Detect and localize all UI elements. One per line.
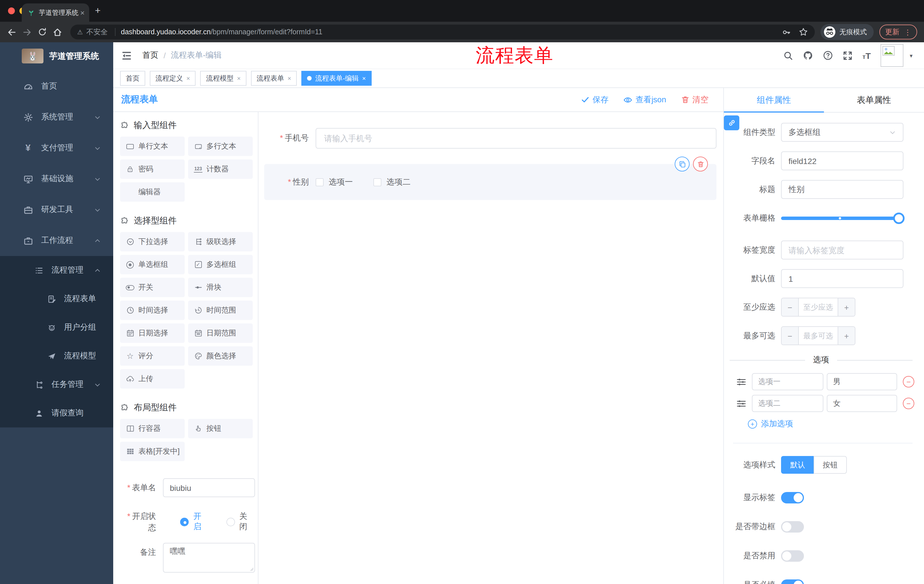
reload-button[interactable] — [38, 28, 47, 36]
sidebar-item-user-groups[interactable]: 用户分组 — [0, 313, 113, 342]
checkbox[interactable] — [373, 178, 381, 186]
drag-handle-icon[interactable] — [736, 377, 746, 387]
gender-option-2-checkbox[interactable]: 选项二 — [373, 177, 411, 187]
component-type-select[interactable]: 多选框组 — [781, 123, 903, 142]
drag-handle-icon[interactable] — [736, 398, 746, 408]
security-warning-icon[interactable]: ⚠ — [77, 28, 83, 36]
tag-process-model[interactable]: 流程模型× — [200, 71, 246, 86]
component-slider[interactable]: 滑块 — [188, 278, 253, 297]
title-input[interactable] — [781, 180, 903, 199]
component-color-picker[interactable]: 颜色选择 — [188, 346, 253, 366]
option-label-input[interactable] — [752, 373, 823, 390]
component-time-picker[interactable]: 时间选择 — [120, 301, 185, 320]
link-button[interactable] — [724, 115, 739, 130]
close-window-button[interactable] — [8, 7, 15, 14]
search-icon[interactable] — [784, 51, 794, 60]
browser-tab[interactable]: 芋道管理系统 × — [22, 3, 89, 22]
password-key-icon[interactable] — [782, 28, 791, 36]
back-button[interactable] — [7, 27, 16, 37]
remove-option-button[interactable]: − — [903, 376, 914, 387]
stepper-value[interactable]: 至少应选 — [799, 298, 838, 316]
option-value-input[interactable] — [827, 395, 897, 412]
close-icon[interactable]: × — [362, 75, 366, 82]
component-upload[interactable]: 上传 — [120, 369, 185, 388]
status-radio-off[interactable]: 关闭 — [226, 512, 255, 532]
component-single-line-text[interactable]: 单行文本 — [120, 137, 185, 156]
close-icon[interactable]: × — [186, 75, 190, 82]
tag-process-form-edit[interactable]: 流程表单-编辑× — [302, 71, 372, 86]
tab-component-props[interactable]: 组件属性 — [724, 88, 824, 112]
stepper-value[interactable]: 最多可选 — [799, 327, 838, 345]
default-value-input[interactable] — [781, 269, 903, 288]
max-select-stepper[interactable]: − 最多可选 + — [781, 326, 855, 345]
component-password[interactable]: 密码 — [120, 160, 185, 179]
close-icon[interactable]: × — [288, 75, 291, 82]
sidebar-item-leave-query[interactable]: 请假查询 — [0, 399, 113, 428]
required-toggle[interactable] — [781, 579, 804, 584]
component-switch[interactable]: 开关 — [120, 278, 185, 297]
stepper-decrease-button[interactable]: − — [782, 298, 799, 316]
style-button-button[interactable]: 按钮 — [813, 456, 847, 474]
font-size-icon[interactable]: тT — [863, 51, 871, 60]
min-select-stepper[interactable]: − 至少应选 + — [781, 298, 855, 317]
gender-option-1-checkbox[interactable]: 选项一 — [316, 177, 353, 187]
sidebar-item-task-management[interactable]: 任务管理 — [0, 370, 113, 399]
sidebar-item-process-model[interactable]: 流程模型 — [0, 342, 113, 370]
github-icon[interactable] — [803, 50, 813, 61]
component-cascader[interactable]: 级联选择 — [188, 232, 253, 252]
option-label-input[interactable] — [752, 395, 823, 412]
show-label-toggle[interactable] — [781, 492, 804, 503]
collapse-sidebar-icon[interactable] — [121, 50, 132, 61]
save-button[interactable]: 保存 — [581, 95, 609, 105]
bookmark-star-icon[interactable] — [799, 28, 808, 36]
sidebar-logo[interactable]: 🐰 芋道管理系统 — [0, 42, 113, 69]
form-name-input[interactable] — [163, 478, 255, 497]
sidebar-item-payment[interactable]: ¥ 支付管理 — [0, 133, 113, 163]
stepper-decrease-button[interactable]: − — [782, 327, 799, 345]
component-button[interactable]: 按钮 — [188, 419, 253, 438]
component-select[interactable]: 下拉选择 — [120, 232, 185, 252]
slider-handle[interactable] — [893, 212, 904, 224]
sidebar-item-process-form[interactable]: 流程表单 — [0, 285, 113, 313]
phone-field[interactable]: *手机号 — [264, 128, 716, 148]
forward-button[interactable] — [22, 27, 32, 37]
sidebar-item-process-management[interactable]: 流程管理 — [0, 256, 113, 285]
component-table-dev[interactable]: 表格[开发中] — [120, 442, 185, 461]
avatar-caret-icon[interactable]: ▾ — [910, 52, 912, 59]
browser-menu-icon[interactable]: ⋮ — [904, 28, 911, 36]
sidebar-item-system[interactable]: 系统管理 — [0, 102, 113, 133]
component-date-range[interactable]: 日期范围 — [188, 323, 253, 343]
component-counter[interactable]: 123计数器 — [188, 160, 253, 179]
home-button[interactable] — [53, 27, 62, 37]
breadcrumb-home[interactable]: 首页 — [142, 50, 158, 61]
sidebar-item-home[interactable]: 首页 — [0, 71, 113, 102]
close-icon[interactable]: × — [237, 75, 241, 82]
stepper-increase-button[interactable]: + — [838, 327, 855, 345]
field-name-input[interactable] — [781, 151, 903, 170]
add-option-button[interactable]: + 添加选项 — [748, 419, 924, 429]
tag-home[interactable]: 首页 — [120, 71, 145, 86]
sidebar-item-workflow[interactable]: 工作流程 — [0, 225, 113, 256]
component-time-range[interactable]: 时间范围 — [188, 301, 253, 320]
delete-component-button[interactable] — [693, 156, 708, 171]
view-json-button[interactable]: 查看json — [624, 95, 666, 105]
tag-process-form[interactable]: 流程表单× — [251, 71, 297, 86]
component-checkbox-group[interactable]: ✓多选框组 — [188, 255, 253, 274]
new-tab-button[interactable]: + — [95, 6, 101, 15]
copy-component-button[interactable] — [675, 156, 690, 171]
checkbox[interactable] — [316, 178, 323, 186]
status-radio-on[interactable]: 开启 — [180, 512, 209, 532]
label-width-input[interactable] — [781, 240, 903, 260]
tab-form-props[interactable]: 表单属性 — [824, 88, 924, 112]
component-date-picker[interactable]: 日期选择 — [120, 323, 185, 343]
url-text[interactable]: dashboard.yudao.iocoder.cn/bpm/manager/f… — [121, 28, 774, 36]
browser-update-button[interactable]: 更新 ⋮ — [879, 25, 917, 39]
option-value-input[interactable] — [827, 373, 897, 390]
fullscreen-icon[interactable] — [843, 51, 853, 60]
component-row-container[interactable]: 行容器 — [120, 419, 185, 438]
tab-close-icon[interactable]: × — [80, 8, 85, 17]
component-rate[interactable]: ☆评分 — [120, 346, 185, 366]
disabled-toggle[interactable] — [781, 550, 804, 562]
component-editor[interactable]: 编辑器 — [120, 182, 185, 202]
avatar[interactable] — [881, 44, 903, 67]
